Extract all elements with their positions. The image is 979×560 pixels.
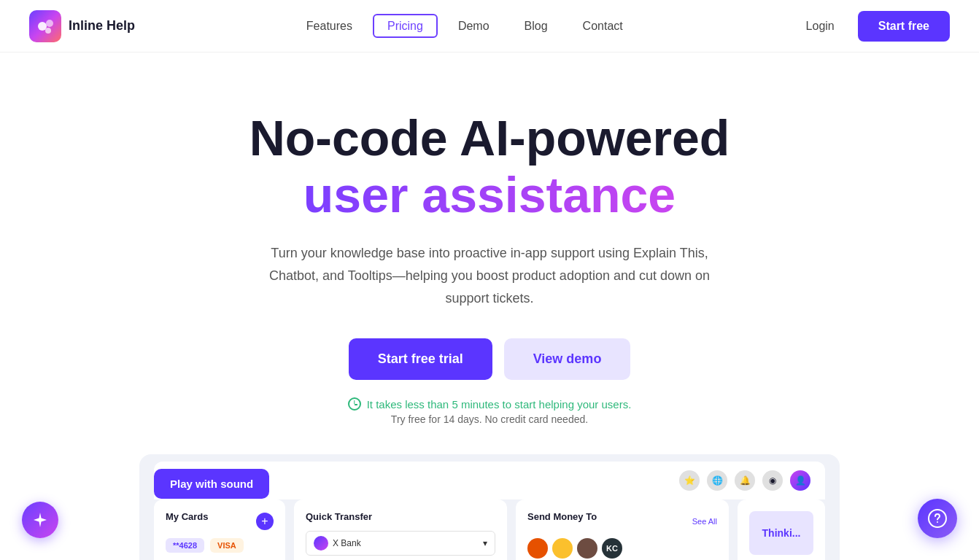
hero-description: Turn your knowledge base into proactive … [256,242,723,309]
logo-link[interactable]: Inline Help [29,10,135,42]
hero-title-line1: No-code AI-powered [249,111,730,166]
demo-nav-icons: ⭐ 🌐 🔔 ◉ 👤 [679,470,810,491]
avatar-4[interactable]: KC [602,538,622,559]
navbar: Inline Help Features Pricing Demo Blog C… [0,0,979,52]
send-money-header: Send Money To See All [527,511,717,531]
nav-item-features: Features [292,20,367,33]
demo-nav-star[interactable]: ⭐ [679,470,700,491]
bank-selector-chevron: ▾ [483,538,487,548]
quick-transfer-title: Quick Transfer [306,511,495,522]
nav-item-pricing: Pricing [373,20,438,33]
clock-icon [348,397,361,411]
demo-nav-grid[interactable]: ◉ [762,470,783,491]
demo-content: My Cards + **4628 VISA Credit Card Card … [139,499,840,560]
hero-title-line2: user assistance [303,166,676,225]
nav-link-blog[interactable]: Blog [510,14,562,38]
svg-point-1 [46,20,53,27]
demo-nav-globe[interactable]: 🌐 [707,470,727,491]
card-chip-visa: VISA [210,538,244,553]
thinking-panel: Thinki... [738,499,825,560]
logo-text: Inline Help [69,18,135,34]
my-cards-title: My Cards [166,511,209,522]
svg-point-0 [38,22,47,31]
demo-nav-avatar[interactable]: 👤 [790,470,810,491]
nav-item-contact: Contact [568,20,638,33]
see-all-link[interactable]: See All [692,517,717,526]
avatar-row: KC [527,538,717,559]
hero-note-primary: It takes less than 5 minutes to start he… [348,397,632,411]
start-free-trial-button[interactable]: Start free trial [349,338,492,380]
nav-item-demo: Demo [444,20,504,33]
sparkle-icon [31,511,49,529]
bank-selector-icon [314,536,328,551]
svg-point-2 [45,28,51,34]
send-money-panel: Send Money To See All KC See all contact… [516,499,729,560]
hero-section: No-code AI-powered user assistance Turn … [0,52,979,454]
hero-note-secondary: Try free for 14 days. No credit card nee… [391,413,588,425]
nav-right: Login Start free [794,11,950,42]
my-cards-panel: My Cards + **4628 VISA Credit Card Card … [154,499,285,560]
hero-buttons: Start free trial View demo [349,338,631,380]
my-cards-add-button[interactable]: + [256,513,274,530]
my-cards-header: My Cards + [166,511,274,531]
avatar-2[interactable] [552,538,573,559]
thinking-text: Thinki... [749,511,813,555]
view-demo-button[interactable]: View demo [504,338,631,380]
demo-preview: Play with sound ☰ Overview ⭐ 🌐 🔔 ◉ 👤 My … [139,454,840,560]
play-with-sound-button[interactable]: Play with sound [154,469,269,499]
nav-link-demo[interactable]: Demo [444,14,504,38]
start-free-button[interactable]: Start free [858,11,950,42]
bank-selector[interactable]: X Bank ▾ [306,531,495,556]
help-icon [928,509,947,528]
hero-note-primary-text: It takes less than 5 minutes to start he… [367,398,632,411]
quick-transfer-panel: Quick Transfer X Bank ▾ Select one of yo… [294,499,507,560]
nav-link-contact[interactable]: Contact [568,14,638,38]
logo-icon [29,10,61,42]
avatar-1[interactable] [527,538,548,559]
nav-links: Features Pricing Demo Blog Contact [292,20,638,33]
nav-link-features[interactable]: Features [292,14,367,38]
send-money-title: Send Money To [527,511,597,522]
login-button[interactable]: Login [794,14,846,39]
card-chip-1: **4628 [166,538,204,553]
nav-link-pricing[interactable]: Pricing [373,14,438,38]
bottom-right-widget[interactable] [918,499,957,538]
svg-point-4 [937,521,938,523]
nav-item-blog: Blog [510,20,562,33]
demo-nav-bell[interactable]: 🔔 [735,470,755,491]
hero-note: It takes less than 5 minutes to start he… [348,397,632,425]
bottom-left-widget[interactable] [22,502,58,538]
avatar-3[interactable] [577,538,597,559]
hero-title-text: No-code AI-powered [249,110,730,166]
bank-selector-label: X Bank [333,538,361,548]
my-cards-chips: **4628 VISA [166,538,274,553]
